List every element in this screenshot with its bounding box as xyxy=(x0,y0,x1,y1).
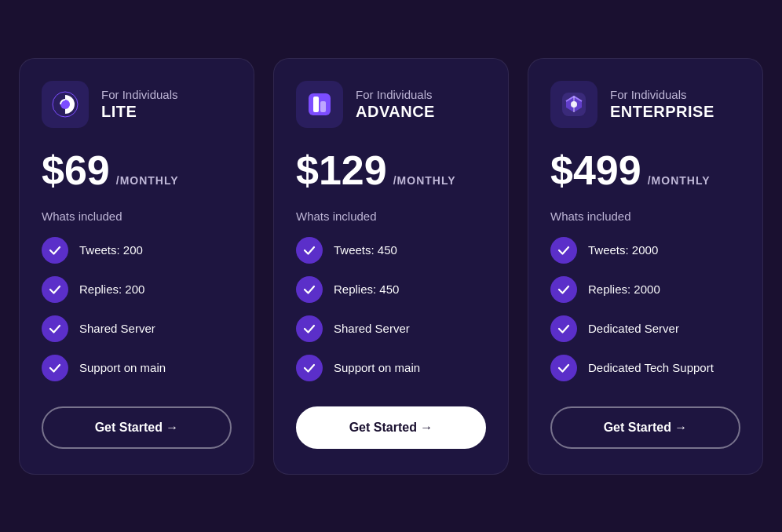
price-period: /MONTHLY xyxy=(648,174,711,187)
whats-included-label: Whats included xyxy=(296,210,486,223)
check-icon xyxy=(42,276,68,303)
feature-item: Tweets: 450 xyxy=(296,237,486,264)
price-amount: $69 xyxy=(42,150,110,191)
plan-icon-advance xyxy=(296,81,343,128)
feature-text: Support on main xyxy=(79,361,166,374)
features-list: Tweets: 200 Replies: 200 Shared Server xyxy=(42,237,232,381)
plan-header: For Individuals ADVANCE xyxy=(296,81,486,128)
plan-title-group: For Individuals ADVANCE xyxy=(356,88,435,121)
plan-card-lite: For Individuals LITE $69 /MONTHLY Whats … xyxy=(19,58,254,475)
price-amount: $499 xyxy=(550,150,641,191)
feature-text: Support on main xyxy=(334,361,420,374)
feature-text: Dedicated Server xyxy=(588,322,679,335)
whats-included-label: Whats included xyxy=(42,210,232,223)
plan-icon-enterprise xyxy=(550,81,597,128)
plan-for-label: For Individuals xyxy=(610,88,714,101)
plan-name: ADVANCE xyxy=(356,103,435,121)
check-icon xyxy=(550,315,577,342)
check-icon xyxy=(296,355,323,381)
plans-container: For Individuals LITE $69 /MONTHLY Whats … xyxy=(0,39,782,494)
check-icon xyxy=(42,315,68,342)
plan-card-advance: For Individuals ADVANCE $129 /MONTHLY Wh… xyxy=(273,58,509,475)
features-list: Tweets: 450 Replies: 450 Shared Server xyxy=(296,237,486,381)
plan-price: $69 /MONTHLY xyxy=(42,150,232,191)
feature-item: Replies: 2000 xyxy=(550,276,740,303)
check-icon xyxy=(550,237,577,264)
check-icon xyxy=(42,237,68,264)
feature-text: Replies: 200 xyxy=(79,282,144,296)
feature-text: Tweets: 2000 xyxy=(588,243,658,257)
svg-rect-2 xyxy=(309,93,331,115)
check-icon xyxy=(550,276,577,303)
feature-item: Replies: 200 xyxy=(42,276,232,303)
feature-text: Dedicated Tech Support xyxy=(588,361,714,374)
feature-text: Shared Server xyxy=(79,322,155,335)
feature-text: Replies: 450 xyxy=(334,282,399,296)
feature-text: Tweets: 200 xyxy=(79,243,143,257)
feature-item: Replies: 450 xyxy=(296,276,486,303)
feature-text: Tweets: 450 xyxy=(334,243,397,257)
feature-text: Replies: 2000 xyxy=(588,282,660,296)
plan-title-group: For Individuals LITE xyxy=(101,88,178,121)
plan-price: $129 /MONTHLY xyxy=(296,150,486,191)
svg-rect-3 xyxy=(313,97,319,112)
feature-item: Shared Server xyxy=(42,315,232,342)
feature-item: Dedicated Tech Support xyxy=(550,355,740,381)
plan-for-label: For Individuals xyxy=(101,88,178,101)
svg-rect-4 xyxy=(320,101,326,112)
check-icon xyxy=(296,276,323,303)
plan-name: LITE xyxy=(101,103,178,121)
plan-title-group: For Individuals ENTERPRISE xyxy=(610,88,714,121)
feature-item: Shared Server xyxy=(296,315,486,342)
check-icon xyxy=(296,315,323,342)
plan-for-label: For Individuals xyxy=(356,88,435,101)
get-started-button-advance[interactable]: Get Started → xyxy=(296,406,486,449)
feature-item: Support on main xyxy=(42,355,232,381)
feature-text: Shared Server xyxy=(334,322,410,335)
price-period: /MONTHLY xyxy=(393,174,456,187)
plan-name: ENTERPRISE xyxy=(610,103,714,121)
whats-included-label: Whats included xyxy=(550,210,740,223)
plan-header: For Individuals ENTERPRISE xyxy=(550,81,740,128)
price-period: /MONTHLY xyxy=(116,174,179,187)
feature-item: Support on main xyxy=(296,355,486,381)
plan-header: For Individuals LITE xyxy=(42,81,232,128)
get-started-button-enterprise[interactable]: Get Started → xyxy=(550,406,740,449)
check-icon xyxy=(550,355,577,381)
feature-item: Tweets: 2000 xyxy=(550,237,740,264)
features-list: Tweets: 2000 Replies: 2000 Dedicated Ser xyxy=(550,237,740,381)
get-started-button-lite[interactable]: Get Started → xyxy=(42,406,232,449)
svg-point-6 xyxy=(571,101,577,107)
plan-card-enterprise: For Individuals ENTERPRISE $499 /MONTHLY… xyxy=(528,58,763,475)
plan-price: $499 /MONTHLY xyxy=(550,150,740,191)
plan-icon-lite xyxy=(42,81,89,128)
check-icon xyxy=(296,237,323,264)
price-amount: $129 xyxy=(296,150,387,191)
check-icon xyxy=(42,355,68,381)
feature-item: Tweets: 200 xyxy=(42,237,232,264)
feature-item: Dedicated Server xyxy=(550,315,740,342)
